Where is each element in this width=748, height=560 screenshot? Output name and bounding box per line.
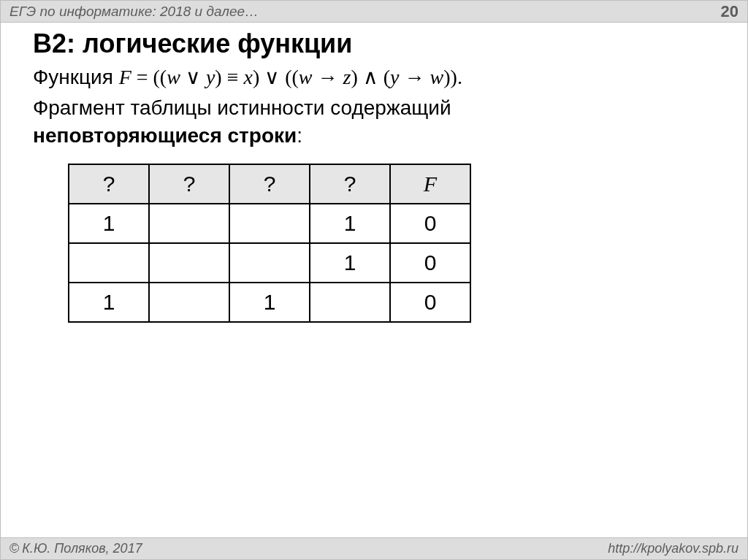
cell: 0 [390, 243, 470, 283]
cell: 1 [69, 283, 149, 322]
page-number: 20 [721, 2, 739, 21]
op-implies: → [313, 66, 343, 88]
cell: 1 [310, 243, 390, 283]
col-header: ? [310, 164, 390, 204]
cell [310, 283, 390, 322]
col-header-F: F [390, 164, 470, 204]
cell: 0 [390, 283, 470, 322]
op-paren: ) [253, 66, 264, 88]
desc-tail: : [297, 124, 302, 147]
footer-copyright: ©К.Ю. Поляков, 2017 [9, 541, 142, 556]
col-header: ? [149, 164, 229, 204]
table-row: 1 1 0 [69, 204, 470, 243]
var-F: F [119, 66, 131, 88]
op-paren: ) [351, 66, 362, 88]
op-equiv: ≡ [227, 66, 239, 88]
truth-table: ? ? ? ? F 1 1 0 [68, 164, 471, 323]
copyright-icon: © [9, 541, 19, 556]
cell [229, 243, 310, 283]
formula-prefix: Функция [33, 66, 119, 88]
copyright-text: К.Ю. Поляков, 2017 [22, 541, 142, 556]
var-y: y [390, 66, 399, 88]
op-paren: ( [378, 66, 390, 88]
cell: 1 [229, 283, 310, 322]
cell [149, 243, 229, 283]
footer-url: http://kpolyakov.spb.ru [608, 541, 739, 556]
desc-bold: неповторяющиеся строки [33, 124, 297, 147]
col-header: ? [69, 164, 149, 204]
formula: Функция F = ((w ∨ y) ≡ x) ∨ ((w → z) ∧ (… [33, 64, 725, 91]
cell [69, 243, 149, 283]
cell [149, 283, 229, 322]
var-x: x [243, 66, 252, 88]
header-subject: ЕГЭ по информатике: 2018 и далее… [9, 4, 259, 20]
slide: ЕГЭ по информатике: 2018 и далее… 20 B2:… [0, 0, 748, 560]
var-y: y [206, 66, 215, 88]
op-paren: )). [443, 66, 462, 88]
cell: 0 [390, 204, 470, 243]
var-w: w [299, 66, 313, 88]
page-title: B2: логические функции [33, 28, 725, 59]
op-paren: (( [280, 66, 299, 88]
cell [229, 204, 310, 243]
var-w: w [430, 66, 444, 88]
op-eq: = (( [131, 66, 167, 88]
content: B2: логические функции Функция F = ((w ∨… [1, 23, 747, 323]
cell: 1 [310, 204, 390, 243]
op-paren: ) [215, 66, 226, 88]
formula-math: F = ((w ∨ y) ≡ x) ∨ ((w → z) ∧ (y → w)). [119, 66, 462, 88]
op-or: ∨ [264, 66, 280, 88]
desc-line1: Фрагмент таблицы истинности содержащий [33, 96, 451, 119]
col-header: ? [229, 164, 310, 204]
var-w: w [167, 66, 180, 88]
topbar: ЕГЭ по информатике: 2018 и далее… 20 [1, 1, 747, 23]
cell [149, 204, 229, 243]
description: Фрагмент таблицы истинности содержащий н… [33, 94, 725, 150]
var-z: z [343, 66, 351, 88]
table-row: 1 0 [69, 243, 470, 283]
table-row: 1 1 0 [69, 283, 470, 322]
op-or: ∨ [180, 66, 206, 88]
table-header-row: ? ? ? ? F [69, 164, 470, 204]
cell: 1 [69, 204, 149, 243]
op-and: ∧ [363, 66, 378, 88]
footer: ©К.Ю. Поляков, 2017 http://kpolyakov.spb… [1, 537, 747, 559]
op-implies: → [400, 66, 430, 88]
